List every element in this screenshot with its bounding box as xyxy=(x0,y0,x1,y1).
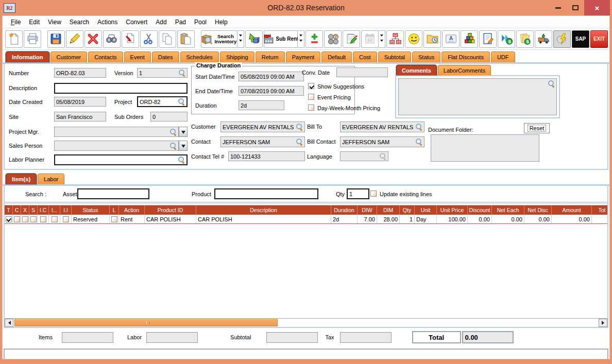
tab-shipping[interactable]: Shipping xyxy=(220,51,254,62)
save-button[interactable] xyxy=(47,30,65,48)
cell-duration[interactable]: 2d xyxy=(331,215,358,223)
org-chart-button[interactable] xyxy=(386,30,404,48)
new-document-button[interactable] xyxy=(5,30,23,48)
cell-i[interactable] xyxy=(49,215,60,223)
day-week-month-checkbox[interactable] xyxy=(308,105,314,111)
notepad-edit-button[interactable] xyxy=(343,30,360,48)
cell-c[interactable] xyxy=(13,215,21,223)
labor-planner-lookup-icon[interactable] xyxy=(178,157,185,163)
menu-add[interactable]: Add xyxy=(151,17,171,27)
row-checkbox-i-i[interactable] xyxy=(63,216,69,222)
sap-button[interactable]: SAP xyxy=(572,30,589,48)
cell-unit[interactable]: Day xyxy=(415,215,437,223)
cell-i-c[interactable] xyxy=(38,215,49,223)
delivery-truck-button[interactable] xyxy=(535,30,552,48)
cell-qty[interactable]: 1 xyxy=(400,215,415,223)
row-checkbox-i[interactable] xyxy=(52,216,58,222)
col-amount[interactable]: Amount xyxy=(552,205,592,215)
tab-payment[interactable]: Payment xyxy=(286,51,320,62)
col-unit-price[interactable]: Unit Price xyxy=(437,205,468,215)
cell-product-id[interactable]: CAR POLISH xyxy=(145,215,196,223)
calendar-button[interactable]: 12 xyxy=(361,30,379,48)
quick-launch-button[interactable] xyxy=(553,30,571,48)
copy-to-order-button[interactable] xyxy=(122,30,139,48)
cell-i-i[interactable] xyxy=(60,215,72,223)
menu-actions[interactable]: Actions xyxy=(93,17,122,27)
col-l[interactable]: L xyxy=(110,205,119,215)
col-s[interactable]: S xyxy=(29,205,38,215)
col-net-each[interactable]: Net Each xyxy=(492,205,524,215)
tab-return[interactable]: Return xyxy=(256,51,285,62)
paste-clipboard-button[interactable] xyxy=(177,30,195,48)
tab-labor[interactable]: Labor xyxy=(38,174,64,184)
edit-document-button[interactable] xyxy=(479,30,497,48)
customer-smiley-button[interactable] xyxy=(405,30,422,48)
col-status[interactable]: Status xyxy=(72,205,110,215)
horizontal-scrollbar[interactable] xyxy=(5,318,607,327)
tab-laborcomments[interactable]: LaborComments xyxy=(438,65,491,75)
version-lookup-icon[interactable] xyxy=(179,70,185,76)
total-button[interactable]: Total xyxy=(412,331,461,343)
cell-status[interactable]: Reserved xyxy=(72,215,110,223)
tab-information[interactable]: Information xyxy=(6,51,49,62)
notes-dollar-button[interactable]: $ xyxy=(516,30,534,48)
event-pricing-checkbox[interactable] xyxy=(308,94,314,100)
print-button[interactable] xyxy=(24,30,41,48)
col-x[interactable]: X xyxy=(21,205,29,215)
add-remove-line-button[interactable] xyxy=(305,30,323,48)
reset-button[interactable]: Reset xyxy=(524,123,550,133)
asset-search-input[interactable] xyxy=(77,188,149,199)
col-diw[interactable]: DIW xyxy=(358,205,377,215)
col-tot[interactable]: Tot xyxy=(592,205,607,215)
col-dim[interactable]: DIM xyxy=(377,205,400,215)
exit-button[interactable]: EXIT xyxy=(590,30,608,48)
customer-lookup-icon[interactable] xyxy=(296,124,303,130)
contact-lookup-icon[interactable] xyxy=(296,138,303,145)
row-checkbox-l[interactable] xyxy=(111,216,117,222)
row-checkbox-x[interactable] xyxy=(22,216,28,222)
sales-person-lookup-icon[interactable] xyxy=(170,143,177,149)
cell-unit-price[interactable]: 100.00 xyxy=(437,215,468,223)
sales-person-dropdown-button[interactable] xyxy=(179,141,188,151)
bill-contact-lookup-icon[interactable] xyxy=(416,138,422,145)
cell-net-each[interactable]: 0.00 xyxy=(492,215,524,223)
tab-default[interactable]: Default xyxy=(321,51,352,62)
row-checkbox-s[interactable] xyxy=(30,216,37,222)
menu-view[interactable]: View xyxy=(44,17,65,27)
scrollbar-thumb[interactable] xyxy=(14,319,278,326)
col-t[interactable]: T xyxy=(5,205,13,215)
menu-convert[interactable]: Convert xyxy=(122,17,151,27)
search-inventory-dropdown-button[interactable] xyxy=(237,30,244,48)
cell-l[interactable] xyxy=(110,215,119,223)
project-mgr-dropdown-button[interactable] xyxy=(179,127,188,137)
search-inventory-button[interactable]: Search Inventory xyxy=(201,30,237,48)
menu-pad[interactable]: Pad xyxy=(171,17,190,27)
table-row[interactable]: ReservedRentCAR POLISHCAR POLISH2d7.0028… xyxy=(5,215,607,224)
tab-dates[interactable]: Dates xyxy=(152,51,179,62)
cell-s[interactable] xyxy=(29,215,38,223)
cell-description[interactable]: CAR POLISH xyxy=(196,215,331,223)
col-product-id[interactable]: Product ID xyxy=(145,205,196,215)
titlebar[interactable]: ORD-82.03 Reservation R2 × xyxy=(2,0,610,15)
tab-status[interactable]: Status xyxy=(412,51,440,62)
col-c[interactable]: C xyxy=(13,205,21,215)
folder-history-button[interactable] xyxy=(423,30,441,48)
col-duration[interactable]: Duration xyxy=(331,205,358,215)
minimize-button[interactable] xyxy=(549,0,567,15)
labor-planner-field[interactable] xyxy=(54,154,188,165)
cell-x[interactable] xyxy=(21,215,29,223)
scroll-left-button[interactable] xyxy=(5,319,13,327)
qty-input[interactable]: 1 xyxy=(347,188,369,199)
inventory-blocks-button[interactable] xyxy=(461,30,478,48)
document-folder-box[interactable] xyxy=(431,134,539,162)
shapes-3d-button[interactable] xyxy=(245,30,263,48)
menu-search[interactable]: Search xyxy=(65,17,93,27)
tab-contacts[interactable]: Contacts xyxy=(88,51,123,62)
close-button[interactable]: × xyxy=(584,0,610,15)
row-checkbox-t[interactable] xyxy=(6,216,12,222)
project-field[interactable]: ORD-82 xyxy=(137,96,188,107)
row-checkbox-c[interactable] xyxy=(14,216,20,222)
tab-subtotal[interactable]: Subtotal xyxy=(378,51,411,62)
tab-flat-discounts[interactable]: Flat Discounts xyxy=(441,51,490,62)
col-i-c[interactable]: I.C xyxy=(38,205,49,215)
